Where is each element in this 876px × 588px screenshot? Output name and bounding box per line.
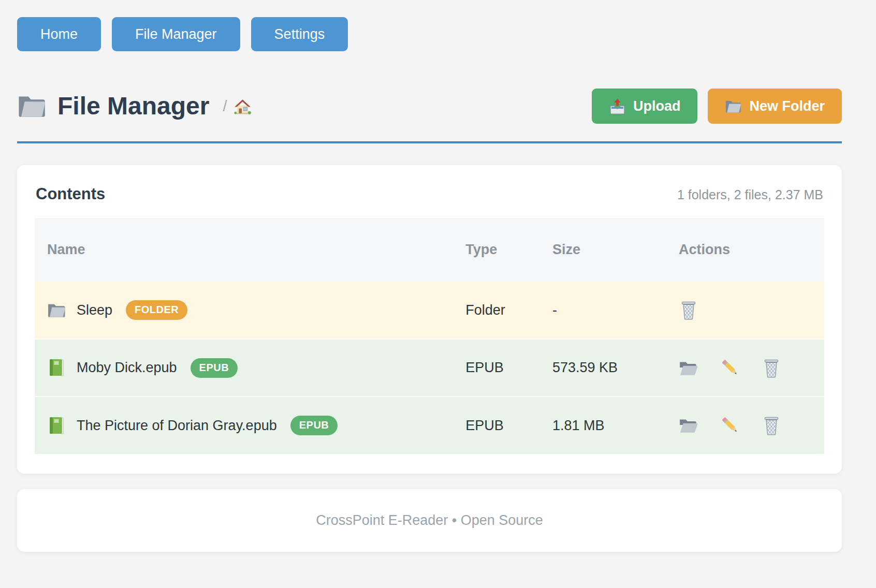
- column-header-size: Size: [540, 218, 666, 282]
- contents-table-head: Name Type Size Actions: [35, 218, 824, 282]
- upload-button[interactable]: Upload: [592, 89, 698, 124]
- header-row: Name Type Size Actions: [35, 218, 824, 282]
- contents-table: Name Type Size Actions SleepFOLDERFolder…: [35, 218, 824, 454]
- file-name[interactable]: Sleep: [77, 302, 112, 318]
- page-title-text: File Manager: [57, 93, 209, 120]
- contents-card: Contents 1 folders, 2 files, 2.37 MB Nam…: [17, 165, 842, 474]
- move-button[interactable]: [679, 416, 698, 435]
- title-divider: [17, 141, 842, 143]
- footer-text: CrossPoint E-Reader • Open Source: [316, 512, 543, 528]
- contents-card-header: Contents 1 folders, 2 files, 2.37 MB: [35, 184, 824, 203]
- type-badge: EPUB: [191, 358, 238, 378]
- upload-button-label: Upload: [633, 98, 681, 114]
- top-nav: Home File Manager Settings: [17, 17, 842, 51]
- pencil-icon: [720, 358, 740, 378]
- nav-home-button[interactable]: Home: [17, 17, 101, 51]
- table-row: Moby Dick.epubEPUBEPUB573.59 KB: [35, 339, 824, 396]
- name-cell: Moby Dick.epubEPUB: [35, 339, 453, 396]
- page-header: File Manager / Upload New Folder: [17, 89, 842, 124]
- contents-table-body: SleepFOLDERFolder-Moby Dick.epubEPUBEPUB…: [35, 282, 824, 454]
- trash-icon: [679, 300, 698, 320]
- book-icon: [47, 416, 66, 435]
- rename-button[interactable]: [720, 358, 740, 378]
- size-cell: 1.81 MB: [540, 396, 666, 454]
- column-header-actions: Actions: [666, 218, 824, 282]
- page-title: File Manager: [17, 93, 209, 120]
- type-badge: FOLDER: [126, 300, 187, 320]
- size-cell: -: [540, 282, 666, 339]
- delete-button[interactable]: [762, 358, 781, 378]
- size-cell: 573.59 KB: [540, 339, 666, 396]
- table-row: SleepFOLDERFolder-: [35, 282, 824, 339]
- trash-icon: [762, 416, 781, 435]
- file-name[interactable]: The Picture of Dorian Gray.epub: [77, 418, 277, 434]
- new-folder-button-label: New Folder: [749, 98, 825, 114]
- type-cell: Folder: [453, 282, 540, 339]
- actions-cell: [666, 396, 824, 454]
- table-row: The Picture of Dorian Gray.epubEPUBEPUB1…: [35, 396, 824, 454]
- header-actions: Upload New Folder: [592, 89, 842, 124]
- rename-button[interactable]: [720, 416, 740, 435]
- home-icon[interactable]: [233, 97, 252, 116]
- nav-file-manager-button[interactable]: File Manager: [112, 17, 240, 51]
- actions-cell: [666, 282, 824, 339]
- type-cell: EPUB: [453, 396, 540, 454]
- delete-button[interactable]: [762, 416, 781, 435]
- column-header-name: Name: [35, 218, 453, 282]
- pencil-icon: [720, 416, 740, 435]
- file-name[interactable]: Moby Dick.epub: [77, 360, 177, 376]
- nav-settings-button[interactable]: Settings: [251, 17, 348, 51]
- contents-title: Contents: [36, 185, 105, 203]
- book-icon: [47, 358, 66, 377]
- upload-icon: [609, 98, 626, 115]
- column-header-type: Type: [453, 218, 540, 282]
- type-badge: EPUB: [290, 416, 338, 435]
- folder-icon: [47, 301, 66, 320]
- contents-summary: 1 folders, 2 files, 2.37 MB: [677, 187, 823, 202]
- open-folder-icon: [679, 416, 698, 435]
- footer-card: CrossPoint E-Reader • Open Source: [17, 489, 842, 552]
- page: Home File Manager Settings File Manager …: [17, 0, 842, 552]
- breadcrumb: /: [223, 97, 252, 116]
- new-folder-button[interactable]: New Folder: [708, 89, 842, 124]
- move-button[interactable]: [679, 358, 698, 378]
- actions-cell: [666, 339, 824, 396]
- delete-button[interactable]: [679, 300, 698, 320]
- type-cell: EPUB: [453, 339, 540, 396]
- folder-icon: [725, 98, 742, 115]
- open-folder-icon: [679, 358, 698, 378]
- breadcrumb-separator: /: [223, 98, 227, 115]
- trash-icon: [762, 358, 781, 378]
- name-cell: SleepFOLDER: [35, 282, 453, 339]
- folder-icon: [17, 94, 47, 119]
- name-cell: The Picture of Dorian Gray.epubEPUB: [35, 396, 453, 454]
